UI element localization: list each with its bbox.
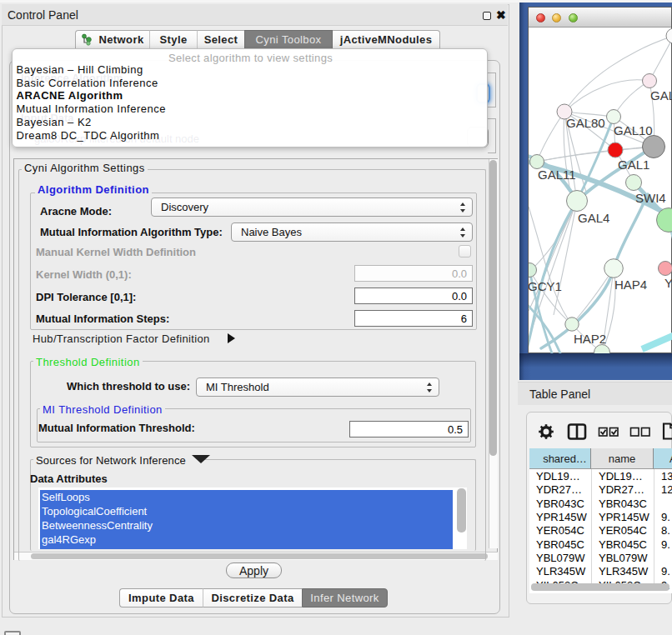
svg-text:GAL11: GAL11 — [538, 168, 576, 182]
svg-text:HAP4: HAP4 — [614, 278, 647, 292]
svg-text:GAL4: GAL4 — [578, 211, 609, 225]
svg-text:GAL80: GAL80 — [566, 116, 605, 130]
svg-text:SWI4: SWI4 — [635, 191, 666, 205]
svg-text:HAP2: HAP2 — [574, 332, 606, 346]
svg-text:GAL: GAL — [650, 88, 672, 102]
svg-text:GAL1: GAL1 — [618, 158, 649, 172]
svg-text:GAL10: GAL10 — [614, 123, 653, 138]
svg-text:Y: Y — [664, 276, 672, 290]
svg-text:GCY1: GCY1 — [529, 279, 562, 293]
